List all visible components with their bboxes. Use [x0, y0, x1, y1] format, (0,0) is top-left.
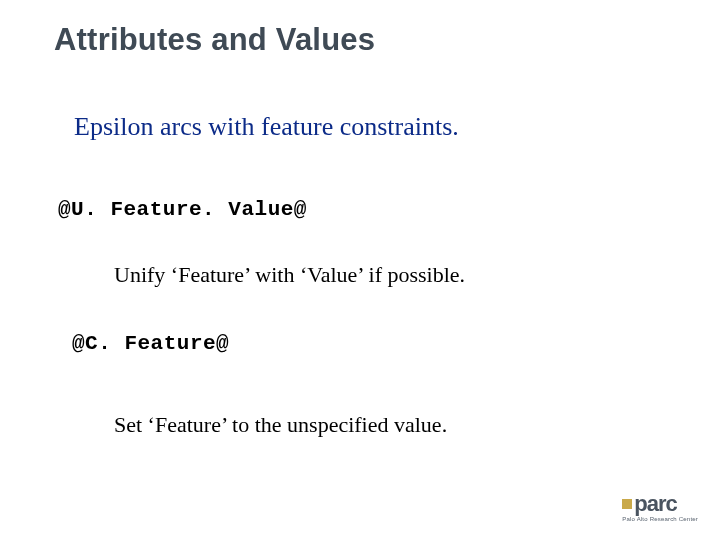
logo-square-icon	[622, 499, 632, 509]
logo-subtitle: Palo Alto Research Center	[622, 516, 698, 522]
description-2: Set ‘Feature’ to the unspecified value.	[114, 412, 447, 438]
logo-text: parc	[634, 493, 676, 515]
slide-title: Attributes and Values	[54, 22, 375, 58]
code-block-1: @U. Feature. Value@	[58, 198, 307, 221]
slide-subtitle: Epsilon arcs with feature constraints.	[74, 112, 459, 142]
logo-text-row: parc	[622, 493, 676, 515]
code-block-2: @C. Feature@	[72, 332, 229, 355]
parc-logo: parc Palo Alto Research Center	[622, 493, 698, 522]
description-1: Unify ‘Feature’ with ‘Value’ if possible…	[114, 262, 465, 288]
slide: Attributes and Values Epsilon arcs with …	[0, 0, 720, 540]
